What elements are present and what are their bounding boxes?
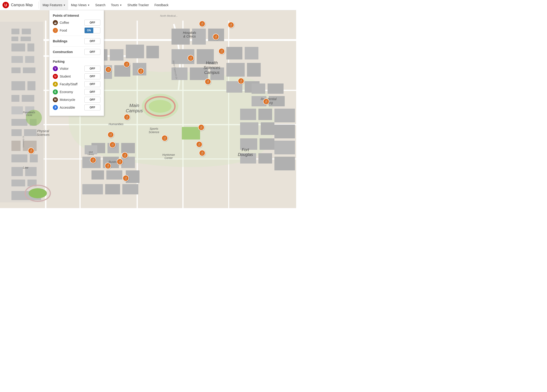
food-marker[interactable]: 🍴 <box>196 141 202 148</box>
svg-rect-42 <box>11 167 23 176</box>
divider <box>53 36 100 36</box>
food-marker[interactable]: 🍴 <box>199 21 205 27</box>
svg-rect-92 <box>252 83 265 94</box>
food-marker[interactable]: 🍴 <box>122 152 128 158</box>
visitor-toggle[interactable]: OFF <box>84 66 100 72</box>
nav-map-views[interactable]: Map Views ▼ <box>68 0 92 10</box>
accessible-icon: ♿ <box>53 105 58 110</box>
svg-rect-43 <box>25 167 37 176</box>
svg-rect-18 <box>11 29 20 34</box>
food-marker[interactable]: 🍴 <box>213 34 219 40</box>
svg-rect-32 <box>11 106 23 114</box>
svg-rect-34 <box>11 119 27 126</box>
nav-map-features[interactable]: Map Features ▼ <box>40 0 68 10</box>
food-marker[interactable]: 🍴 <box>28 148 34 154</box>
map-background: University St North Medical... Mario Cap… <box>0 10 296 208</box>
svg-rect-64 <box>105 184 120 194</box>
map-container: University St North Medical... Mario Cap… <box>0 10 296 208</box>
student-icon: U <box>53 74 58 79</box>
food-marker[interactable]: 🍴 <box>108 131 114 138</box>
svg-rect-70 <box>197 49 214 64</box>
motorcycle-toggle[interactable]: OFF <box>84 97 100 103</box>
food-marker[interactable]: 🍴 <box>199 150 205 156</box>
svg-rect-65 <box>122 184 138 194</box>
food-toggle[interactable]: ON <box>84 28 100 33</box>
svg-rect-48 <box>110 49 123 61</box>
navbar: U Campus Map Map Features ▼ Map Views ▼ … <box>0 0 296 10</box>
food-marker[interactable]: 🍴 <box>198 124 205 131</box>
svg-rect-22 <box>11 43 25 51</box>
motorcycle-label: Motorcycle <box>60 98 75 102</box>
construction-label: Construction <box>53 50 73 54</box>
motorcycle-icon: M <box>53 97 58 102</box>
accessible-toggle-row: ♿ Accessible OFF <box>53 104 100 110</box>
svg-rect-49 <box>126 45 144 58</box>
motorcycle-toggle-row: M Motorcycle OFF <box>53 97 100 103</box>
features-dropdown: Points of Interest ☕ Coffee OFF 🍴 Food O… <box>49 10 104 116</box>
svg-rect-37 <box>24 129 37 136</box>
svg-point-98 <box>29 188 47 198</box>
svg-rect-74 <box>226 47 242 59</box>
coffee-toggle[interactable]: OFF <box>84 20 100 26</box>
food-marker[interactable]: 🍴 <box>124 114 130 120</box>
food-marker[interactable]: 🍴 <box>238 78 244 84</box>
svg-rect-30 <box>11 95 20 102</box>
economy-icon: E <box>53 89 58 95</box>
svg-rect-56 <box>121 143 135 153</box>
divider <box>53 46 100 47</box>
svg-rect-84 <box>240 138 257 150</box>
svg-rect-26 <box>11 68 21 73</box>
svg-rect-63 <box>82 184 103 194</box>
svg-rect-72 <box>190 68 208 80</box>
svg-rect-21 <box>21 37 31 41</box>
svg-rect-50 <box>146 46 159 58</box>
food-marker[interactable]: 🍴 <box>105 163 111 169</box>
economy-toggle[interactable]: OFF <box>84 89 100 95</box>
nav-search[interactable]: Search <box>93 0 108 10</box>
svg-rect-67 <box>192 29 206 45</box>
food-marker[interactable]: 🍴 <box>205 78 211 85</box>
nav-feedback[interactable]: Feedback <box>152 0 171 10</box>
food-marker[interactable]: 🍴 <box>109 142 116 148</box>
food-marker[interactable]: 🍴 <box>123 61 130 68</box>
faculty-label: Faculty/Staff <box>60 82 77 86</box>
visitor-toggle-row: V Visitor OFF <box>53 66 100 72</box>
svg-rect-75 <box>245 47 258 59</box>
food-marker[interactable]: 🍴 <box>123 175 129 181</box>
food-marker[interactable]: 🍴 <box>228 22 234 28</box>
economy-toggle-row: E Economy OFF <box>53 89 100 95</box>
faculty-toggle[interactable]: OFF <box>84 81 100 87</box>
svg-rect-40 <box>11 154 27 162</box>
svg-rect-85 <box>260 138 274 150</box>
food-marker[interactable]: 🍴 <box>90 157 96 163</box>
svg-rect-81 <box>258 109 272 120</box>
buildings-toggle[interactable]: OFF <box>84 38 100 44</box>
student-toggle[interactable]: OFF <box>84 73 100 79</box>
svg-rect-23 <box>27 43 34 51</box>
student-label: Student <box>60 75 71 78</box>
faculty-toggle-row: A Faculty/Staff OFF <box>53 81 100 87</box>
economy-label: Economy <box>60 90 73 94</box>
food-marker[interactable]: 🍴 <box>117 158 123 165</box>
construction-toggle[interactable]: OFF <box>84 49 100 55</box>
food-marker[interactable]: 🍴 <box>161 135 168 141</box>
food-marker[interactable]: 🍴 <box>187 55 194 61</box>
svg-rect-87 <box>258 153 272 164</box>
svg-rect-44 <box>11 179 25 186</box>
student-toggle-row: U Student OFF <box>53 73 100 79</box>
buildings-label: Buildings <box>53 39 68 43</box>
svg-rect-29 <box>27 81 35 90</box>
food-marker[interactable]: 🍴 <box>218 48 225 55</box>
nav-shuttle-tracker[interactable]: Shuttle Tracker <box>125 0 152 10</box>
svg-rect-77 <box>247 63 261 77</box>
food-marker[interactable]: 🍴 <box>263 98 269 105</box>
accessible-toggle[interactable]: OFF <box>84 104 100 110</box>
nav-tours[interactable]: Tours ▼ <box>108 0 125 10</box>
food-marker[interactable]: 🍴 <box>138 68 144 74</box>
coffee-toggle-row: ☕ Coffee OFF <box>53 20 100 26</box>
food-marker[interactable]: 🍴 <box>105 66 112 73</box>
svg-rect-31 <box>22 95 34 102</box>
svg-rect-88 <box>274 109 295 122</box>
svg-rect-82 <box>240 122 258 135</box>
svg-rect-25 <box>25 56 34 63</box>
